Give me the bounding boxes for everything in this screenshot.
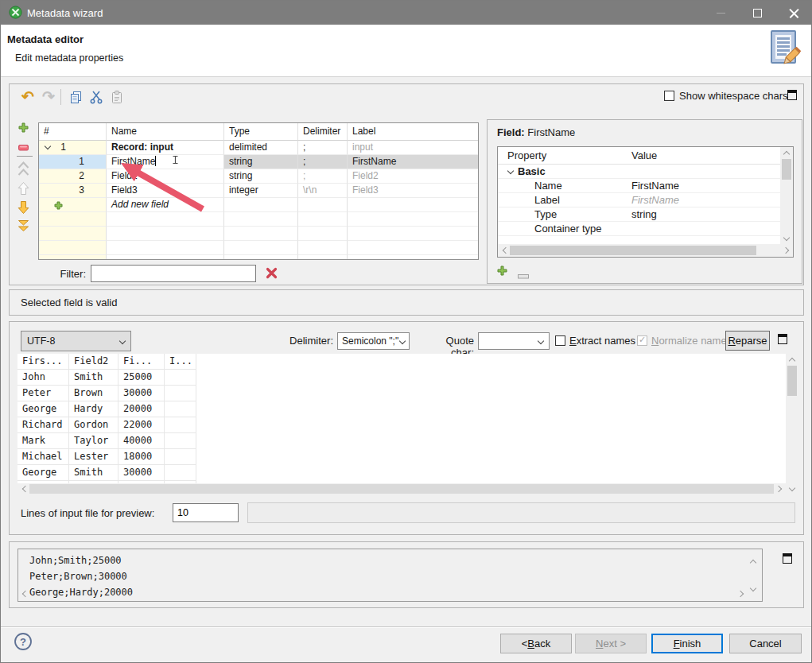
add-field-button[interactable] [18, 122, 29, 135]
redo-button[interactable]: ↷ [40, 87, 57, 105]
raw-line: Peter;Brown;30000 [29, 568, 133, 584]
value-col-header: Value [620, 147, 780, 164]
field-table: # Name Type Delimiter Label 1 Record: in… [38, 122, 479, 260]
filter-label: Filter: [41, 268, 86, 280]
move-top-button[interactable] [17, 161, 29, 180]
paste-button[interactable] [108, 88, 126, 106]
move-down-button[interactable] [17, 200, 29, 217]
add-new-field-row[interactable]: Add new field [39, 198, 478, 212]
show-whitespace-label[interactable]: Show whitespace chars [679, 90, 788, 102]
raw-section-menu-icon[interactable] [783, 553, 792, 564]
clear-filter-icon[interactable] [266, 267, 278, 281]
add-row-plus-icon[interactable] [54, 200, 63, 212]
empty-row [39, 241, 478, 255]
wizard-header: Metadata editor Edit metadata properties [1, 25, 811, 77]
remove-property-button[interactable] [518, 269, 529, 281]
field-row-field2[interactable]: 2 Field2 string ; Field2 [39, 169, 478, 184]
col-name: Name [107, 123, 224, 141]
metadata-notes-icon [764, 29, 802, 72]
empty-row [39, 212, 478, 227]
col-label: Label [348, 123, 478, 141]
properties-vscrollbar[interactable] [780, 147, 793, 244]
minimize-button[interactable] [702, 1, 739, 25]
preview-header-row: Firs...Field2Fi...I... [17, 354, 786, 370]
raw-scroll-down-icon[interactable] [751, 581, 756, 593]
cut-button[interactable] [87, 88, 105, 106]
remove-field-button[interactable] [18, 142, 29, 153]
editor-panel: ↶ ↷ Show whitespace chars [9, 83, 804, 285]
maximize-button[interactable] [739, 1, 775, 25]
page-title: Metadata editor [7, 33, 84, 45]
properties-title: Field: FirstName [497, 126, 575, 138]
close-button[interactable] [775, 1, 812, 25]
prop-group-basic[interactable]: Basic [498, 165, 793, 179]
cancel-button[interactable]: Cancel [729, 634, 802, 653]
charset-select[interactable]: UTF-8 [21, 331, 131, 351]
reparse-button[interactable]: Reparse [725, 331, 770, 351]
extract-names-checkbox[interactable] [555, 335, 565, 346]
raw-scroll-up-icon[interactable] [751, 556, 756, 568]
title-bar: Metadata wizard [1, 1, 811, 25]
move-bottom-button[interactable] [17, 219, 29, 235]
footer-separator [1, 626, 811, 628]
copy-button[interactable] [67, 88, 84, 106]
preview-row: PeterBrown30000 [17, 386, 786, 401]
preview-row: JohnSmith25000 [17, 370, 786, 386]
filter-input[interactable] [91, 265, 256, 282]
panel-menu-icon[interactable] [787, 90, 797, 100]
preview-row: MichaelLester18000 [17, 449, 786, 465]
back-button[interactable]: < Back [500, 634, 572, 653]
properties-hscrollbar[interactable] [498, 244, 793, 257]
field-properties-panel: Field: FirstName Property Value Basic Na… [487, 119, 802, 284]
parser-panel: UTF-8 Delimiter: Semicolon ";" Quote cha… [9, 321, 804, 535]
preview-hscrollbar[interactable] [17, 483, 786, 494]
undo-button[interactable]: ↶ [19, 87, 37, 105]
svg-text:?: ? [20, 636, 26, 648]
preview-vscrollbar[interactable] [786, 354, 798, 494]
window-title: Metadata wizard [27, 7, 103, 19]
preview-lines-input[interactable] [173, 503, 239, 522]
raw-scroll-right-icon[interactable] [738, 587, 743, 599]
delimiter-select[interactable]: Semicolon ";" [337, 332, 410, 350]
record-row[interactable]: 1 Record: input delimited ; input [39, 141, 478, 155]
help-button[interactable]: ? [14, 632, 33, 653]
raw-line: George;Hardy;20000 [29, 584, 133, 600]
prop-row-label[interactable]: LabelFirstName [498, 193, 780, 207]
quote-char-select[interactable] [478, 332, 550, 350]
prop-row-name[interactable]: NameFirstName [498, 179, 780, 193]
normalize-names-checkbox [637, 335, 647, 346]
show-whitespace-checkbox[interactable] [664, 91, 674, 101]
preview-row: GeorgeSmith30000 [17, 465, 786, 481]
preview-row: RichardGordon22000 [17, 417, 786, 433]
next-button: Next > [575, 634, 647, 653]
col-num: # [39, 123, 107, 141]
page-subtitle: Edit metadata properties [15, 52, 123, 64]
text-caret [155, 156, 156, 166]
properties-table: Property Value Basic NameFirstName Label… [497, 146, 794, 258]
preview-row: GeorgeHardy20000 [17, 401, 786, 417]
prop-col-header: Property [498, 147, 620, 164]
field-table-header: # Name Type Delimiter Label [39, 123, 478, 141]
validation-status-bar: Selected field is valid [9, 289, 804, 316]
prop-row-container-type[interactable]: Container type [498, 222, 780, 236]
raw-line: John;Smith;25000 [29, 552, 133, 568]
add-property-button[interactable] [497, 266, 507, 278]
raw-preview-box: John;Smith;25000 Peter;Brown;30000 Georg… [17, 549, 763, 602]
field-row-field3[interactable]: 3 Field3 integer \r\n Field3 [39, 184, 478, 198]
name-edit-cell[interactable]: FirstName [107, 155, 224, 169]
empty-row [39, 255, 478, 260]
raw-preview-panel: John;Smith;25000 Peter;Brown;30000 Georg… [9, 541, 804, 608]
prop-row-type[interactable]: Typestring [498, 207, 780, 222]
field-row-firstname[interactable]: 1 FirstName string ; FirstName [39, 155, 478, 169]
section-menu-icon[interactable] [778, 334, 787, 344]
raw-scroll-left-icon[interactable] [23, 587, 28, 599]
toolbar-separator [60, 89, 61, 105]
extract-names-label[interactable]: Extract names [569, 335, 635, 347]
finish-button[interactable]: Finish [651, 634, 723, 653]
ibeam-cursor-icon [172, 156, 179, 167]
col-delimiter: Delimiter [298, 123, 348, 141]
preview-row: MarkTaylor40000 [17, 433, 786, 449]
normalize-names-label: Normalize names [651, 335, 732, 347]
move-up-button[interactable] [17, 181, 29, 198]
col-type: Type [224, 123, 298, 141]
